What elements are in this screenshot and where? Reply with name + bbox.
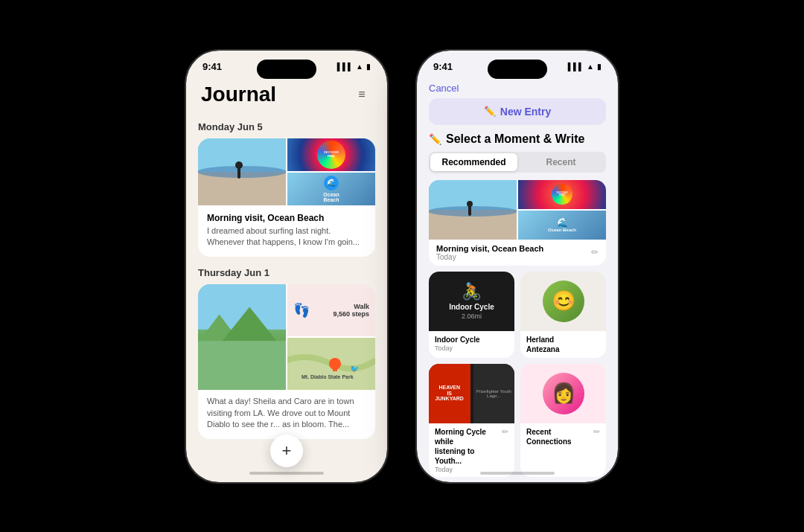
svg-text:Mt. Diablo State Park: Mt. Diablo State Park — [302, 374, 354, 379]
moment-card-info: Morning visit, Ocean Beach Today — [436, 244, 543, 261]
grid-item-indoor-cycle[interactable]: 🚴 Indoor Cycle 2.06mi Indoor Cycle Today — [429, 272, 514, 358]
edit-icon-cycle[interactable]: ✏ — [502, 427, 508, 437]
morning-cycle-info: Morning Cycle while listening to Youth..… — [435, 427, 502, 473]
heaven-junkyard-bg: HEAVENISJUNKYARD — [429, 364, 470, 423]
menu-icon[interactable]: ≡ — [351, 84, 372, 105]
phone-new-entry: 9:41 ▌▌▌ ▲ ▮ Cancel ✏️ New Entry ✏️ Sele… — [417, 51, 618, 482]
tab-recommended[interactable]: Recommended — [430, 153, 517, 171]
cycle-icon: 🚴 — [462, 282, 482, 301]
scroll-indicator — [249, 472, 324, 475]
dynamic-island-2 — [488, 60, 547, 79]
dynamic-island — [257, 60, 316, 79]
cycle-info: Indoor Cycle Today — [435, 335, 480, 352]
card-body-1: I dreamed about surfing last night. When… — [207, 225, 366, 249]
leia-footer: Recent Connections ✏ — [520, 423, 606, 450]
moment-card-title: Morning visit, Ocean Beach — [436, 244, 543, 253]
moment-beach-photo — [429, 180, 517, 240]
pencil-icon: ✏️ — [484, 106, 496, 117]
card-text-2: What a day! Sheila and Caro are in town … — [198, 388, 375, 439]
signal-icon-2: ▌▌▌ — [568, 63, 584, 71]
battery-icon: ▮ — [366, 63, 371, 71]
card-text-1: Morning visit, Ocean Beach I dreamed abo… — [198, 205, 375, 257]
tabs-row: Recommended Recent — [429, 152, 606, 173]
tab-recent[interactable]: Recent — [517, 153, 604, 171]
thu-images: 👣 Walk 9,560 steps — [198, 284, 375, 388]
leia-avatar: 👩 — [543, 373, 584, 414]
svg-point-4 — [235, 161, 243, 169]
svg-rect-11 — [333, 364, 337, 371]
moment-images: DECODERRING 🌊 Ocean Beach — [429, 180, 606, 240]
morning-cycle-footer: Morning Cycle while listening to Youth..… — [429, 423, 514, 477]
battery-icon-2: ▮ — [597, 63, 602, 71]
journal-card-2[interactable]: 👣 Walk 9,560 steps — [198, 284, 375, 439]
ocean-beach-thumb: 🌊 Ocean Beach — [287, 173, 375, 205]
edit-icon-leia[interactable]: ✏ — [593, 427, 600, 437]
svg-point-16 — [429, 206, 517, 217]
wifi-icon: ▲ — [356, 63, 363, 71]
moment-card-footer: Morning visit, Ocean Beach Today ✏ — [429, 240, 606, 266]
journal-content: Monday Jun 5 — [186, 114, 387, 482]
time-2: 9:41 — [433, 61, 453, 72]
svg-rect-17 — [468, 205, 471, 216]
leia-info: Recent Connections — [526, 427, 572, 446]
edit-icon[interactable]: ✏ — [591, 247, 599, 257]
top-bar: Cancel — [417, 77, 618, 94]
moment-decoder-ring: DECODERRING — [518, 180, 606, 209]
cycle-distance: 2.06mi — [462, 313, 482, 320]
herland-visual: 😊 — [520, 272, 606, 331]
prizefighter-visual: Prizefighter Youth Lago... — [473, 364, 515, 423]
moment-right-images: DECODERRING 🌊 Ocean Beach — [518, 180, 606, 240]
add-entry-button[interactable]: + — [270, 435, 303, 467]
time-1: 9:41 — [202, 61, 222, 72]
journal-card-1[interactable]: DECODERRING 🌊 Ocean Beach Morning visit,… — [198, 138, 375, 257]
beach-photo — [198, 138, 286, 205]
svg-rect-8 — [198, 341, 286, 390]
walk-text: Walk 9,560 steps — [333, 303, 369, 318]
journal-title: Journal — [201, 83, 276, 106]
phone-journal: 9:41 ▌▌▌ ▲ ▮ Journal ≡ Monday Jun 5 — [186, 51, 387, 482]
map-card: Mt. Diablo State Park 🐦 — [287, 338, 375, 390]
card-title-1: Morning visit, Ocean Beach — [207, 213, 366, 223]
svg-point-18 — [467, 201, 473, 207]
select-moment-title: Select a Moment & Write — [446, 132, 584, 146]
moments-grid: 🚴 Indoor Cycle 2.06mi Indoor Cycle Today — [429, 272, 606, 477]
journal-header: Journal ≡ — [186, 77, 387, 114]
new-entry-label: New Entry — [500, 106, 551, 118]
svg-text:🐦: 🐦 — [350, 364, 360, 374]
walk-card: 👣 Walk 9,560 steps — [287, 284, 375, 336]
date-header-1: Monday Jun 5 — [198, 121, 375, 132]
cycle-footer: Indoor Cycle Today — [429, 331, 514, 356]
status-icons-2: ▌▌▌ ▲ ▮ — [568, 63, 602, 71]
cycle-label: Indoor Cycle — [449, 303, 494, 311]
wifi-icon-2: ▲ — [587, 63, 594, 71]
svg-point-2 — [198, 166, 286, 178]
new-entry-bar[interactable]: ✏️ New Entry — [429, 98, 606, 125]
select-moment-header: ✏️ Select a Moment & Write — [429, 132, 606, 146]
grid-item-recent-connections[interactable]: 👩 Recent Connections ✏ — [520, 364, 606, 477]
date-header-2: Thursday Jun 1 — [198, 267, 375, 278]
grid-item-morning-cycle[interactable]: HEAVENISJUNKYARD Prizefighter Youth Lago… — [429, 364, 514, 477]
indoor-cycle-visual: 🚴 Indoor Cycle 2.06mi — [429, 272, 514, 331]
card-images-1: DECODERRING 🌊 Ocean Beach — [198, 138, 375, 205]
moment-icon: ✏️ — [429, 133, 441, 145]
card-right-images: DECODERRING 🌊 Ocean Beach — [287, 138, 375, 205]
select-moment-section: ✏️ Select a Moment & Write Recommended R… — [429, 132, 606, 482]
card-body-2: What a day! Sheila and Caro are in town … — [207, 396, 366, 430]
moment-ocean-beach: 🌊 Ocean Beach — [518, 211, 606, 240]
moment-card-date: Today — [436, 253, 543, 261]
mountain-photo — [198, 284, 286, 390]
herland-footer: Herland Antezana — [520, 331, 606, 358]
main-moment-card[interactable]: DECODERRING 🌊 Ocean Beach Morning visit,… — [429, 180, 606, 266]
status-icons-1: ▌▌▌ ▲ ▮ — [337, 63, 371, 71]
decoder-ring-thumb: DECODERRING — [317, 141, 345, 169]
walk-icon: 👣 — [293, 302, 310, 318]
decoder-ring-image: DECODERRING — [287, 138, 375, 171]
cancel-button[interactable]: Cancel — [429, 83, 459, 94]
grid-item-herland[interactable]: 😊 Herland Antezana — [520, 272, 606, 358]
herland-avatar: 😊 — [543, 281, 584, 322]
signal-icon: ▌▌▌ — [337, 63, 353, 71]
scroll-indicator-2 — [480, 472, 555, 475]
morning-cycle-visual: HEAVENISJUNKYARD Prizefighter Youth Lago… — [429, 364, 514, 423]
leia-visual: 👩 — [520, 364, 606, 423]
